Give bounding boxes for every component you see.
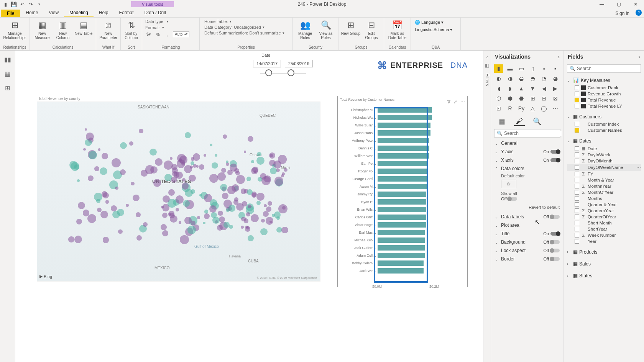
bar-row[interactable]: Earl Pe… bbox=[343, 160, 462, 167]
bar-row[interactable]: Anthony Pete… bbox=[343, 137, 462, 144]
bar-row[interactable]: Willie Sulliv… bbox=[343, 121, 462, 129]
undo-icon[interactable]: ↶ bbox=[19, 1, 25, 7]
field-totalrevenue[interactable]: Total Revenue bbox=[567, 97, 641, 103]
field-date[interactable]: ▦Date bbox=[567, 145, 641, 152]
field-revenuegrowth[interactable]: Revenue Growth bbox=[567, 91, 641, 97]
new-column-button[interactable]: ▥New Column bbox=[53, 19, 73, 40]
menu-tab-modeling[interactable]: Modeling bbox=[64, 9, 94, 17]
section-yaxis[interactable]: ⌄Y axisOn bbox=[491, 147, 564, 156]
viz-type-3[interactable]: ▯ bbox=[528, 64, 537, 73]
chevron-right-icon[interactable]: › bbox=[638, 54, 640, 60]
section-background[interactable]: ⌄BackgroundOff bbox=[491, 238, 564, 246]
viz-type-10[interactable]: ◔ bbox=[539, 74, 549, 83]
bar-row[interactable]: Aaron M… bbox=[343, 183, 462, 190]
viz-type-6[interactable]: ◐ bbox=[494, 74, 503, 83]
section-plotarea[interactable]: ⌄Plot area bbox=[491, 221, 564, 229]
field-checkbox[interactable] bbox=[575, 215, 579, 219]
viz-type-16[interactable]: ◀ bbox=[539, 84, 549, 93]
viz-type-13[interactable]: ◗ bbox=[506, 84, 515, 93]
section-xaxis[interactable]: ⌄X axisOn bbox=[491, 156, 564, 164]
viz-type-20[interactable]: ⬣ bbox=[517, 94, 526, 103]
field-checkbox[interactable] bbox=[575, 178, 579, 182]
field-customernames[interactable]: Customer Names bbox=[567, 127, 641, 133]
slider-handle-start[interactable] bbox=[265, 69, 272, 76]
border-toggle[interactable] bbox=[550, 257, 560, 261]
table-sales[interactable]: ›▦Sales bbox=[567, 259, 641, 268]
comma-icon[interactable]: , bbox=[164, 32, 171, 37]
viz-type-1[interactable]: ▬ bbox=[506, 64, 515, 73]
field-checkbox[interactable] bbox=[575, 233, 579, 238]
viz-type-11[interactable]: ◕ bbox=[551, 74, 560, 83]
qa-dropdown-icon[interactable]: ▾ bbox=[36, 1, 42, 7]
viz-type-24[interactable]: ⊡ bbox=[494, 104, 503, 113]
maximize-icon[interactable]: ▢ bbox=[610, 0, 627, 8]
viz-type-0[interactable]: ▮ bbox=[494, 64, 503, 73]
table-dates[interactable]: ⌄▦Dates bbox=[567, 136, 641, 145]
field-checkbox[interactable] bbox=[575, 190, 579, 195]
field-checkbox[interactable] bbox=[575, 239, 579, 244]
sort-by-column-button[interactable]: ⇅Sort by Column bbox=[122, 19, 141, 40]
bar-row[interactable]: Jack We… bbox=[343, 267, 462, 275]
field-checkbox[interactable] bbox=[575, 202, 579, 207]
field-checkbox[interactable] bbox=[575, 104, 579, 108]
bar-row[interactable]: Nicholas Wa… bbox=[343, 114, 462, 121]
bar-row[interactable]: George Gard… bbox=[343, 175, 462, 183]
viz-type-4[interactable]: ▫ bbox=[539, 64, 549, 73]
field-year[interactable]: Year bbox=[567, 238, 641, 244]
yaxis-toggle[interactable] bbox=[550, 150, 560, 154]
section-title[interactable]: ⌄TitleOn bbox=[491, 229, 564, 238]
viz-type-2[interactable]: ▭ bbox=[517, 64, 526, 73]
signin-button[interactable]: Sign in bbox=[612, 10, 632, 17]
date-to-input[interactable]: 25/03/2019 bbox=[285, 60, 313, 67]
field-checkbox[interactable] bbox=[575, 172, 579, 176]
field-customerrank[interactable]: Customer Rank bbox=[567, 85, 641, 91]
summarization-dropdown[interactable]: Default Summarization: Don't summarize▾ bbox=[204, 31, 288, 35]
linguistic-schema-dropdown[interactable]: Linguistic Schema ▾ bbox=[415, 27, 457, 32]
xaxis-toggle[interactable] bbox=[550, 158, 560, 162]
showall-toggle[interactable] bbox=[508, 197, 517, 201]
bar-row[interactable]: Brian Wils… bbox=[343, 206, 462, 213]
filters-collapse-icon[interactable]: ◧ bbox=[485, 63, 489, 68]
table-customers[interactable]: ⌄▦Customers bbox=[567, 112, 641, 121]
field-dayofweekname[interactable]: DayOfWeekName⋯ bbox=[567, 164, 641, 171]
bar-row[interactable]: Jason Hans… bbox=[343, 129, 462, 137]
field-quarterofyear[interactable]: ΣQuarterOfYear bbox=[567, 214, 641, 220]
percent-icon[interactable]: % bbox=[154, 32, 161, 37]
fields-mode-icon[interactable]: ▦ bbox=[496, 117, 507, 126]
map-visual[interactable]: Total Revenue by county UNITED STATES ME… bbox=[37, 96, 320, 283]
field-checkbox[interactable] bbox=[575, 152, 579, 157]
date-slicer[interactable]: 14/07/2017 25/03/2019 bbox=[253, 60, 313, 74]
viz-type-29[interactable]: ⋯ bbox=[551, 104, 560, 113]
help-icon[interactable]: ? bbox=[636, 10, 642, 16]
viz-type-14[interactable]: ▲ bbox=[517, 84, 526, 93]
field-checkbox[interactable] bbox=[575, 128, 579, 133]
view-as-roles-button[interactable]: 🔍View as Roles bbox=[316, 19, 336, 40]
new-table-button[interactable]: ▤New Table bbox=[74, 19, 94, 36]
save-icon[interactable]: 💾 bbox=[11, 1, 17, 7]
viz-type-25[interactable]: R bbox=[506, 104, 515, 113]
bar-row[interactable]: Carlos Griff… bbox=[343, 213, 462, 221]
viz-type-26[interactable]: Py bbox=[517, 104, 526, 113]
bar-row[interactable]: Roger Fo… bbox=[343, 167, 462, 175]
table-products[interactable]: ›▦Products bbox=[567, 247, 641, 256]
field-checkbox[interactable] bbox=[575, 221, 579, 225]
viz-type-5[interactable]: ▪ bbox=[551, 64, 560, 73]
fields-search-input[interactable] bbox=[577, 66, 638, 71]
decimal-auto[interactable]: Auto▴▾ bbox=[173, 31, 189, 37]
date-from-input[interactable]: 14/07/2017 bbox=[253, 60, 281, 67]
field-quarternyear[interactable]: ΣQuarternYear bbox=[567, 208, 641, 214]
viz-type-8[interactable]: ◒ bbox=[517, 74, 526, 83]
field-dayofmonth[interactable]: ΣDayOfMonth bbox=[567, 158, 641, 164]
file-tab[interactable]: File bbox=[1, 10, 20, 17]
chevron-left-icon[interactable]: ‹ bbox=[486, 54, 488, 60]
viz-type-21[interactable]: ⊞ bbox=[528, 94, 537, 103]
field-fy[interactable]: ΣFY bbox=[567, 171, 641, 177]
filters-pane-collapsed[interactable]: ‹ ◧ Filters bbox=[483, 51, 491, 362]
field-more-icon[interactable]: ⋯ bbox=[636, 165, 641, 170]
field-monthnyear[interactable]: ΣMonthnYear bbox=[567, 183, 641, 189]
revert-to-default[interactable]: Revert to default bbox=[491, 203, 564, 213]
viz-type-19[interactable]: ⬢ bbox=[506, 94, 515, 103]
new-group-button[interactable]: ⊞New Group bbox=[341, 19, 361, 36]
datalabels-toggle[interactable] bbox=[550, 215, 560, 219]
field-checkbox[interactable] bbox=[575, 227, 579, 231]
